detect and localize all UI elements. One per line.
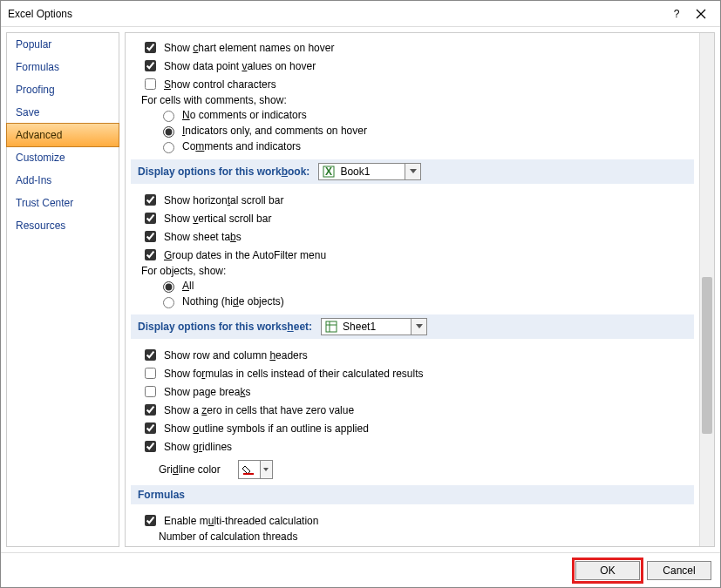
objects-label-1: Nothing (hide objects) [182,295,284,308]
formulas-in-cells-checkbox[interactable] [145,368,156,379]
gridlines-label: Show gridlines [164,441,232,453]
chevron-down-icon [405,164,420,179]
objects-label-0: All [182,280,194,292]
show-chart-names-label: Show chart element names on hover [164,42,334,54]
workbook-section-header: Display options for this workbook: X Boo… [131,159,694,184]
close-button[interactable] [689,9,713,19]
formulas-section-header: Formulas [131,485,694,504]
dialog-footer: OK Cancel [1,552,720,587]
sidebar-item-trust-center[interactable]: Trust Center [7,192,119,214]
sidebar-item-add-ins[interactable]: Add-Ins [7,169,119,192]
objects-radio-1[interactable] [163,297,174,308]
category-sidebar: PopularFormulasProofingSaveAdvancedCusto… [6,32,119,547]
group-dates-checkbox[interactable] [145,249,156,260]
sidebar-item-resources[interactable]: Resources [7,214,119,237]
threads-label-0: Use all processors on this computer: [203,545,372,546]
show-control-chars-checkbox[interactable] [145,78,156,90]
cancel-button[interactable]: Cancel [647,561,711,580]
objects-radio-0[interactable] [163,281,174,293]
chevron-down-icon [411,319,426,335]
bucket-icon [239,461,260,478]
svg-marker-4 [410,169,417,173]
hscroll-checkbox[interactable] [145,194,156,206]
window-title: Excel Options [8,8,664,20]
vscroll-checkbox[interactable] [145,213,156,224]
vscroll-label: Show vertical scroll bar [164,213,271,225]
headers-checkbox[interactable] [145,349,156,361]
sheet-tabs-label: Show sheet tabs [164,231,241,243]
gridlines-checkbox[interactable] [145,441,156,452]
outline-checkbox[interactable] [145,422,156,434]
comments-radio-1[interactable] [163,126,174,138]
scrollbar-thumb[interactable] [702,277,712,434]
threads-label: Number of calculation threads [159,531,297,543]
gridline-color-label: Gridline color [159,463,221,476]
objects-show-label: For objects, show: [141,265,226,277]
outline-label: Show outline symbols if an outline is ap… [164,422,369,435]
comments-label-0: No comments or indicators [182,109,307,121]
ok-button[interactable]: OK [575,561,640,580]
svg-rect-5 [326,321,337,332]
comments-radio-0[interactable] [163,111,174,122]
svg-marker-10 [263,468,269,471]
options-content: Show chart element names on hover Show d… [126,33,699,546]
zero-checkbox[interactable] [145,404,156,416]
sheet-icon [324,320,338,334]
excel-options-dialog: Excel Options ? PopularFormulasProofingS… [0,0,721,588]
zero-label: Show a zero in cells that have zero valu… [164,404,354,416]
hscroll-label: Show horizontal scroll bar [164,194,283,206]
sidebar-item-popular[interactable]: Popular [7,33,119,56]
svg-marker-8 [416,324,423,328]
sidebar-item-proofing[interactable]: Proofing [7,78,119,101]
headers-label: Show row and column headers [164,349,308,362]
comments-label-1: Indicators only, and comments on hover [182,125,367,137]
group-dates-label: Group dates in the AutoFilter menu [164,249,326,261]
show-control-chars-label: Show control characters [164,78,276,91]
formulas-in-cells-label: Show formulas in cells instead of their … [164,368,423,380]
comments-show-label: For cells with comments, show: [141,94,287,106]
worksheet-dropdown[interactable]: Sheet1 [321,318,427,335]
sidebar-item-customize[interactable]: Customize [7,146,119,169]
worksheet-section-header: Display options for this worksheet: Shee… [131,314,694,339]
titlebar: Excel Options ? [1,1,720,27]
processor-count: 4 [383,545,389,546]
sidebar-item-save[interactable]: Save [7,101,119,124]
sheet-tabs-checkbox[interactable] [145,231,156,242]
enable-mt-label: Enable multi-threaded calculation [164,515,318,527]
sidebar-item-advanced[interactable]: Advanced [6,123,119,147]
show-data-values-label: Show data point values on hover [164,60,316,72]
sidebar-item-formulas[interactable]: Formulas [7,56,119,78]
svg-text:X: X [325,166,332,178]
show-chart-names-checkbox[interactable] [145,42,156,53]
comments-label-2: Comments and indicators [182,140,301,152]
help-button[interactable]: ? [664,8,689,20]
page-breaks-label: Show page breaks [164,386,250,398]
show-data-values-checkbox[interactable] [145,60,156,71]
comments-radio-2[interactable] [163,142,174,153]
vertical-scrollbar[interactable] [699,33,714,546]
page-breaks-checkbox[interactable] [145,386,156,397]
workbook-dropdown[interactable]: X Book1 [318,163,421,180]
chevron-down-icon [260,461,272,478]
svg-rect-9 [243,473,254,475]
enable-mt-checkbox[interactable] [145,515,156,526]
excel-file-icon: X [322,165,336,179]
gridline-color-picker[interactable] [238,460,273,479]
